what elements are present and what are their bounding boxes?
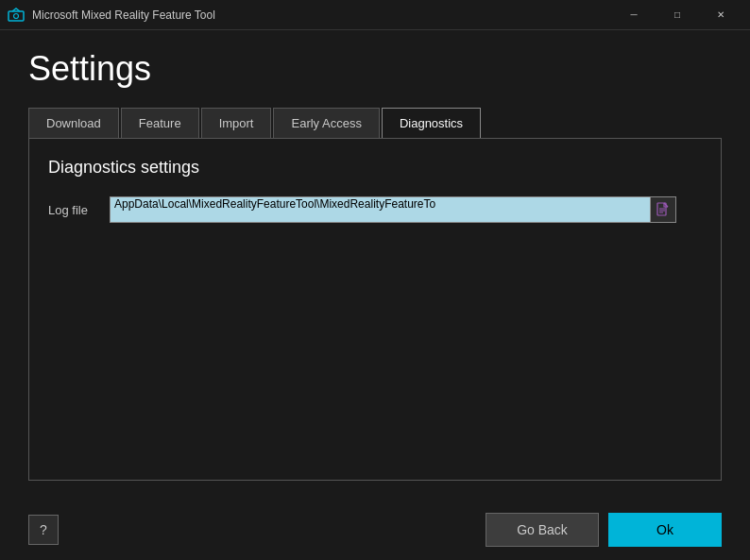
panel-title: Diagnostics settings [48,158,702,178]
tab-early-access[interactable]: Early Access [273,108,379,138]
log-file-input-wrapper: AppData\Local\MixedRealityFeatureTool\Mi… [110,196,676,223]
titlebar: Microsoft Mixed Reality Feature Tool ─ □… [0,0,750,30]
browse-button[interactable] [650,196,676,223]
page-title: Settings [28,49,722,89]
footer-actions: Go Back Ok [486,513,722,547]
document-icon [656,202,671,217]
help-button[interactable]: ? [28,515,59,545]
svg-point-1 [14,13,19,18]
app-title: Microsoft Mixed Reality Feature Tool [32,8,612,22]
footer: ? Go Back Ok [0,500,750,560]
log-file-row: Log file AppData\Local\MixedRealityFeatu… [48,196,702,223]
settings-panel: Diagnostics settings Log file AppData\Lo… [28,138,722,481]
close-button[interactable]: ✕ [699,0,742,30]
log-file-label: Log file [48,203,100,217]
log-file-input[interactable]: AppData\Local\MixedRealityFeatureTool\Mi… [110,196,650,223]
ok-button[interactable]: Ok [608,513,722,547]
tab-diagnostics[interactable]: Diagnostics [382,108,481,138]
tab-import[interactable]: Import [201,108,272,138]
app-icon [8,7,25,24]
minimize-button[interactable]: ─ [612,0,656,30]
main-content: Settings Download Feature Import Early A… [0,30,750,500]
tab-download[interactable]: Download [28,108,119,138]
tab-bar: Download Feature Import Early Access Dia… [28,108,722,138]
window-controls: ─ □ ✕ [612,0,742,30]
go-back-button[interactable]: Go Back [486,513,599,547]
maximize-button[interactable]: □ [656,0,699,30]
tab-feature[interactable]: Feature [121,108,199,138]
svg-rect-0 [9,11,24,21]
